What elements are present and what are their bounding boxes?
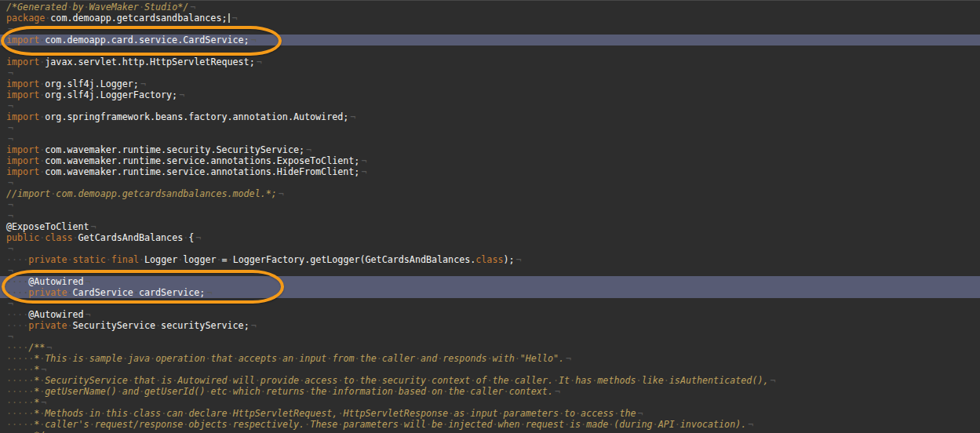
code-line-6[interactable]: import·javax.servlet.http.HttpServletReq…: [0, 56, 980, 67]
code-line-22[interactable]: public·class·GetCardsAndBalances·{¬: [0, 232, 980, 243]
eol-marker: ¬: [555, 386, 560, 397]
whitespace-dot: ·: [39, 375, 45, 386]
code-line-26[interactable]: ····@Autowired¬: [0, 276, 980, 287]
whitespace-dot: ·: [39, 144, 45, 155]
keyword-token: import: [6, 89, 39, 100]
whitespace-dot: ·: [89, 419, 95, 430]
code-line-25[interactable]: ¬: [0, 265, 980, 276]
code-line-16[interactable]: import·com.wavemaker.runtime.service.ann…: [0, 166, 980, 177]
whitespace-dot: ·: [183, 408, 188, 419]
whitespace-dot: ·: [614, 408, 619, 419]
code-line-34[interactable]: ·····*¬: [0, 364, 980, 375]
code-line-27[interactable]: ····private·CardService·cardService;¬: [0, 287, 980, 298]
code-line-2[interactable]: package·com.demoapp.getcardsandbalances;…: [0, 13, 980, 24]
code-line-37[interactable]: ·····*¬: [0, 397, 980, 408]
code-line-33[interactable]: ·····*·This·is·sample·java·operation·tha…: [0, 353, 980, 364]
code-line-39[interactable]: ·····*·caller's·request/response·objects…: [0, 419, 980, 430]
whitespace-dot: ·: [28, 353, 34, 364]
whitespace-dot: ·: [426, 386, 432, 397]
whitespace-dot: ·: [6, 276, 12, 287]
eol-marker: ¬: [46, 342, 52, 353]
eol-marker: ¬: [748, 419, 753, 430]
whitespace-dot: ·: [67, 2, 72, 13]
whitespace-dot: ·: [228, 419, 233, 430]
code-line-28[interactable]: ¬: [0, 298, 980, 309]
text-token: ·org.slf4j.LoggerFactory;: [39, 89, 177, 100]
text-token: ·com.wavemaker.runtime.service.annotatio…: [39, 166, 359, 177]
eol-marker: ¬: [361, 155, 366, 166]
comment-token: //import·com.demoapp.getcardsandbalances…: [6, 188, 277, 199]
whitespace-dot: ·: [228, 375, 233, 386]
keyword-token: import: [6, 35, 39, 45]
eol-marker: ¬: [350, 111, 355, 122]
eol-marker: ¬: [86, 309, 91, 320]
whitespace-dot: ·: [228, 254, 233, 265]
code-line-29[interactable]: ····@Autowired¬: [0, 309, 980, 320]
whitespace-dot: ·: [183, 232, 188, 243]
whitespace-dot: ·: [122, 353, 128, 364]
code-line-11[interactable]: import·org.springframework.beans.factory…: [0, 111, 980, 122]
whitespace-dot: ·: [293, 353, 299, 364]
whitespace-dot: ·: [67, 287, 72, 298]
whitespace-dot: ·: [326, 386, 332, 397]
whitespace-dot: ·: [592, 375, 597, 386]
code-line-14[interactable]: import·com.wavemaker.runtime.security.Se…: [0, 144, 980, 155]
code-line-32[interactable]: ····/**¬: [0, 342, 980, 353]
code-line-35[interactable]: ·····*·SecurityService·that·is·Autowired…: [0, 375, 980, 386]
text-token: @ExposeToClient: [6, 221, 89, 232]
eol-marker: ¬: [231, 13, 237, 24]
code-line-31[interactable]: ¬: [0, 331, 980, 342]
code-line-12[interactable]: ¬: [0, 122, 980, 133]
code-line-9[interactable]: import·org.slf4j.LoggerFactory;¬: [0, 89, 980, 100]
code-line-24[interactable]: ····private·static·final·Logger·logger·=…: [0, 254, 980, 265]
code-line-4[interactable]: import·com.demoapp.card.service.CardServ…: [0, 35, 980, 45]
whitespace-dot: ·: [277, 353, 282, 364]
whitespace-dot: ·: [228, 386, 233, 397]
code-line-1[interactable]: /*Generated·by·WaveMaker·Studio*/¬: [0, 2, 980, 13]
eol-marker: ¬: [179, 89, 184, 100]
code-line-10[interactable]: ¬: [0, 100, 980, 111]
code-line-20[interactable]: ¬: [0, 210, 980, 221]
whitespace-dot: ·: [6, 430, 12, 433]
code-line-13[interactable]: ¬: [0, 133, 980, 144]
code-line-18[interactable]: //import·com.demoapp.getcardsandbalances…: [0, 188, 980, 199]
whitespace-dot: ·: [133, 287, 139, 298]
code-line-23[interactable]: ¬: [0, 243, 980, 254]
whitespace-dot: ·: [139, 386, 144, 397]
code-line-38[interactable]: ·····*·Methods·in·this·class·can·declare…: [0, 408, 980, 419]
keyword-token: private: [28, 287, 67, 298]
whitespace-dot: ·: [84, 408, 89, 419]
whitespace-dot: ·: [470, 375, 475, 386]
code-line-8[interactable]: import·org.slf4j.Logger;¬: [0, 78, 980, 89]
whitespace-dot: ·: [84, 353, 89, 364]
comment-token: ····/**: [6, 342, 45, 353]
code-line-30[interactable]: ····private·SecurityService·securityServ…: [0, 320, 980, 331]
code-line-21[interactable]: @ExposeToClient¬: [0, 221, 980, 232]
code-line-17[interactable]: ¬: [0, 177, 980, 188]
code-line-19[interactable]: ¬: [0, 199, 980, 210]
whitespace-dot: ·: [205, 386, 210, 397]
eol-marker: ¬: [8, 45, 13, 56]
whitespace-dot: ·: [304, 419, 310, 430]
eol-marker: ¬: [257, 56, 262, 67]
comment-token: /*Generated·by·WaveMaker·Studio*/: [6, 2, 188, 13]
comment-token: ·····*: [6, 364, 39, 375]
code-line-7[interactable]: ¬: [0, 67, 980, 78]
eol-marker: ¬: [8, 298, 13, 309]
code-editor[interactable]: /*Generated·by·WaveMaker·Studio*/¬packag…: [0, 0, 980, 433]
code-line-15[interactable]: import·com.wavemaker.runtime.service.ann…: [0, 155, 980, 166]
whitespace-dot: ·: [6, 419, 12, 430]
keyword-token: import: [6, 111, 39, 122]
eol-marker: ¬: [8, 331, 13, 342]
whitespace-dot: ·: [464, 408, 470, 419]
whitespace-dot: ·: [6, 375, 12, 386]
eol-marker: ¬: [91, 221, 97, 232]
code-line-40[interactable]: ·····*/¬: [0, 430, 980, 433]
code-line-3[interactable]: ¬: [0, 24, 980, 35]
code-line-36[interactable]: ·····*·getUserName()·and·getUserId()·etc…: [0, 386, 980, 397]
whitespace-dot: ·: [128, 375, 133, 386]
whitespace-dot: ·: [564, 419, 570, 430]
code-line-5[interactable]: ¬: [0, 45, 980, 56]
whitespace-dot: ·: [28, 375, 34, 386]
whitespace-dot: ·: [6, 342, 12, 353]
